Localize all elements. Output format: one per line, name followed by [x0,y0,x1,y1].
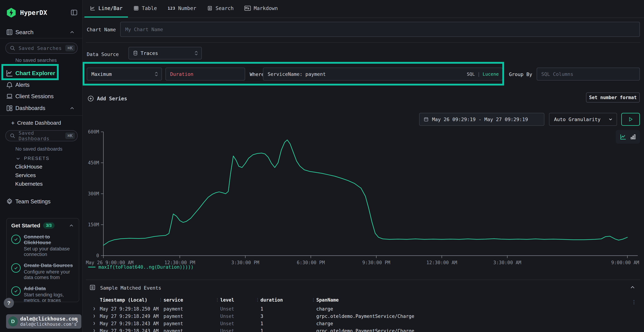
sidebar-item-alerts[interactable]: Alerts [0,80,82,90]
no-saved-dashboards-note: No saved dashboards [16,146,62,152]
select-chevrons-icon [154,72,158,76]
column-drag-handle-icon[interactable]: ⋮ [256,297,260,302]
cell-level: Unset [220,314,234,319]
cell-spanname: grpc.oteldemo.PaymentService/Charge [316,328,414,332]
search-icon [10,45,16,51]
plus-icon: + [11,120,15,126]
cell-level: Unset [220,321,234,326]
cell-level: Unset [220,306,234,312]
tab-label: Search [216,5,234,11]
events-kebab-menu-icon[interactable]: ⋮ [632,299,636,305]
tab-table[interactable]: Table [128,0,162,18]
events-panel-title: Sample Matched Events [100,285,161,291]
legend-line-swatch [88,267,96,268]
timeseries-chart[interactable]: 0150M300M450M600MMay 26 9:00:00 AM12:30:… [86,128,640,271]
sidebar: HyperDX Search Sa [0,0,83,332]
calendar-icon [424,117,429,122]
sidebar-item-label: Client Sessions [16,93,54,100]
field-input[interactable]: Duration [166,68,245,80]
cell-timestamp: May 27 9:29:18.243 AM [100,321,159,326]
column-header-spanname[interactable]: SpanName [316,297,339,303]
column-drag-handle-icon[interactable]: ⋮ [311,297,315,302]
get-started-item[interactable]: Add DataStart sending logs, metrics, or … [11,286,74,302]
date-range-value: May 26 09:29:19 - May 27 09:29:19 [432,117,528,122]
run-query-play-button[interactable] [621,113,640,126]
gear-icon [5,198,14,206]
preset-kubernetes[interactable]: Kubernetes [15,181,42,187]
chevron-down-icon [16,156,21,161]
cell-level: Unset [220,328,234,332]
where-input[interactable]: ServiceName: payment SQL | Lucene [263,68,503,80]
divider [0,38,82,38]
toggle-separator: | [478,72,480,77]
chevron-down-icon [608,117,613,122]
row-expand-chevron-icon[interactable]: ❯ [93,314,95,318]
row-expand-chevron-icon[interactable]: ❯ [93,321,95,326]
set-number-format-button[interactable]: Set number format [586,92,640,102]
sidebar-item-label: Team Settings [16,198,50,205]
column-header-timestamp-local-[interactable]: Timestamp (Local) [100,297,148,303]
help-button[interactable]: ? [4,298,14,308]
shortcut-badge: ⌘K [65,45,75,51]
field-value: Duration [170,71,194,77]
aggregation-select[interactable]: Maximum [87,68,162,80]
collapse-sidebar-icon[interactable] [70,8,78,16]
row-expand-chevron-icon[interactable]: ❯ [93,328,95,332]
saved-searches-input[interactable]: Saved Searches ⌘K [5,42,78,54]
column-drag-handle-icon[interactable]: ⋮ [158,297,162,302]
svg-text:3:30:00 AM: 3:30:00 AM [493,260,521,265]
search-section-icon [5,28,14,36]
check-circle-icon [11,286,20,296]
chart-name-input[interactable]: My Chart Name [120,22,640,37]
get-started-card: Get Started 3/3 Connect to ClickHouseSet… [6,218,79,302]
user-org: dale@clickhouse.com's [20,322,74,327]
chart-name-label: Chart Name [87,27,116,32]
sidebar-item-chart-explorer[interactable]: Chart Explorer [0,68,82,78]
chevron-right-icon [74,319,80,324]
get-started-item[interactable]: Connect to ClickHouseSet up your databas… [11,234,74,257]
user-profile-bar[interactable]: D dale@clickhouse.com dale@clickhouse.co… [6,314,82,328]
tab-label: Line/Bar [98,5,122,11]
doc-icon [207,5,213,11]
check-circle-icon [11,263,20,272]
sidebar-item-team-settings[interactable]: Team Settings [0,197,82,206]
tab-label: Markdown [254,5,278,11]
get-started-item[interactable]: Create Data SourcesConfigure where your … [11,262,74,280]
create-dashboard-button[interactable]: + Create Dashboard [0,118,82,127]
granularity-select[interactable]: Auto Granularity [549,113,617,126]
lucene-toggle[interactable]: Lucene [483,72,499,77]
data-source-select[interactable]: Traces [128,47,202,60]
sql-toggle[interactable]: SQL [467,72,475,77]
cell-service: payment [164,306,183,312]
row-expand-chevron-icon[interactable]: ❯ [93,306,95,311]
data-source-label: Data Source [87,52,119,57]
tab-number[interactable]: 123Number [162,0,202,18]
dashboard-grid-icon [5,104,14,112]
add-series-button[interactable]: Add Series [87,95,127,102]
tab-label: Number [178,5,196,11]
tab-search[interactable]: Search [202,0,239,18]
sidebar-item-label: Search [16,29,34,36]
saved-dashboards-input[interactable]: Saved Dashboards ⌘K [5,130,78,141]
sidebar-item-dashboards[interactable]: Dashboards [0,104,82,113]
cell-service: payment [164,328,183,332]
column-drag-handle-icon[interactable]: ⋮ [215,297,219,302]
presets-toggle[interactable]: PRESETS [0,155,82,162]
group-by-label: Group By [509,72,532,77]
sidebar-item-client-sessions[interactable]: Client Sessions [0,92,82,101]
column-header-service[interactable]: service [164,297,183,303]
preset-services[interactable]: Services [15,172,36,178]
preset-clickhouse[interactable]: ClickHouse [15,164,42,170]
sidebar-item-label: Dashboards [16,105,45,112]
group-by-input[interactable]: SQL Columns [537,68,640,80]
svg-text:9:30:00 PM: 9:30:00 PM [362,260,390,265]
chevron-up-icon[interactable] [68,223,74,228]
column-header-level[interactable]: level [220,297,234,303]
cell-duration: 3 [260,314,263,319]
collapse-events-chevron-icon[interactable] [629,284,636,290]
tab-markdown[interactable]: Markdown [239,0,283,18]
tab-line-bar[interactable]: Line/Bar [84,0,128,18]
sidebar-section-search[interactable]: Search [0,27,82,37]
date-range-picker[interactable]: May 26 09:29:19 - May 27 09:29:19 [419,113,544,126]
column-header-duration[interactable]: duration [260,297,283,303]
